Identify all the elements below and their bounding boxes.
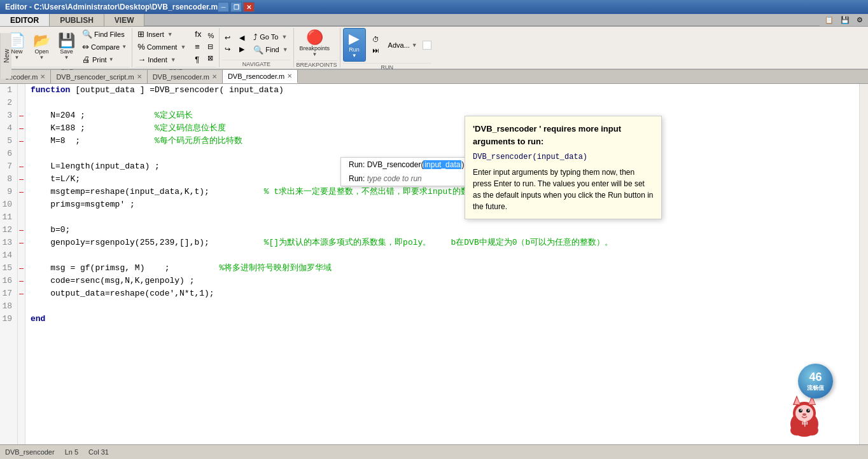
bp-17: – (18, 287, 25, 300)
bp-2 (18, 97, 25, 109)
code-line-9: msgtemp=reshape(input_data,K,t); % t求出来一… (31, 186, 854, 198)
status-ln: Ln 5 (65, 448, 78, 456)
line-num-8: 8 (0, 173, 15, 186)
bp-14 (18, 249, 25, 262)
code-line-5: M=8 ; %每个码元所含的比特数 (31, 135, 854, 147)
code-line-14 (31, 249, 854, 262)
open-button[interactable]: 📂 Open ▼ (30, 31, 53, 62)
svg-text:中: 中 (802, 420, 808, 427)
find-nav-button[interactable]: 🔍 Find ▼ (251, 44, 290, 56)
titlebar-controls: ─ ❐ ✕ (218, 2, 255, 12)
forward-button[interactable]: ▶ (237, 44, 247, 55)
svg-point-10 (808, 409, 809, 411)
file-tabs: decoder.m ✕ DVB_rsencoder_script.m ✕ DVB… (0, 70, 868, 84)
settings-icon[interactable]: ⚙ (854, 15, 865, 25)
code-line-3: N=204 ; %定义码长 (31, 109, 854, 122)
status-col: Col 31 (88, 448, 109, 456)
compare-button[interactable]: ⇔ Compare ▼ (80, 41, 129, 53)
tab-publish[interactable]: PUBLISH (50, 14, 104, 26)
code-line-16: code=rsenc(msg,N,K,genpoly) ; (31, 275, 854, 287)
run-icon-mid[interactable]: ⏭ (370, 45, 382, 55)
calc-icon[interactable]: ≡ (192, 41, 204, 53)
run-icon-top[interactable]: ⏱ (370, 34, 382, 45)
code-line-10: primsg=msgtemp' ; (31, 198, 854, 211)
tooltip-title: 'DVB_rsencoder ' requires more input arg… (473, 123, 654, 147)
goto-button[interactable]: ⤴ Go To ▼ (251, 31, 290, 43)
save-button[interactable]: 💾 Save ▼ (55, 31, 78, 62)
line-num-9: 9 (0, 186, 15, 198)
save-icon-top[interactable]: 💾 (838, 15, 852, 25)
right-margin[interactable] (859, 84, 868, 444)
code-line-13: genpoly=rsgenpoly(255,239,[],b); %[]为默认的… (31, 236, 854, 249)
close-tab-decoder[interactable]: ✕ (40, 73, 45, 80)
line-num-14: 14 (0, 249, 15, 262)
undo-button[interactable]: ↩ (222, 32, 233, 43)
line-num-16: 16 (0, 275, 15, 287)
bp-13: – (18, 236, 25, 249)
indent-button[interactable]: → Indent ▼ (135, 53, 188, 65)
badge-label: 流畅值 (807, 384, 824, 392)
run-option-2-text: Run: type code to run (349, 174, 422, 183)
formula-icon[interactable]: fx (192, 28, 204, 40)
code-line-19: end (31, 313, 854, 325)
edit-icon3[interactable]: ⊠ (205, 53, 216, 64)
code-line-4: K=188 ; %定义码信息位长度 (31, 122, 854, 135)
run-option-1-text: Run: DVB_rsencoder(input_data) (349, 160, 464, 169)
line-num-12: 12 (0, 224, 15, 236)
print-button[interactable]: 🖨 Print ▼ (80, 53, 129, 65)
file-section: 📄 New ▼ 📂 Open ▼ 💾 Save ▼ 🔍 Find Files (3, 28, 132, 67)
breakpoints-button[interactable]: 🔴 Breakpoints ▼ (297, 28, 333, 59)
code-area[interactable]: function [output_data ] =DVB_rsencoder( … (25, 84, 859, 444)
status-filename: DVB_rsencoder (5, 448, 55, 456)
navigate-section: ↩ ↪ ◀ ▶ ⤴ Go To ▼ 🔍 Find ▼ NAVIGATE (220, 28, 293, 67)
statusbar: DVB_rsencoder Ln 5 Col 31 (0, 444, 868, 458)
close-tab-rsencoder2[interactable]: ✕ (287, 72, 292, 79)
back-button[interactable]: ◀ (237, 32, 247, 43)
minimize-button[interactable]: ─ (218, 2, 229, 12)
line-num-17: 17 (0, 287, 15, 300)
line-num-18: 18 (0, 300, 15, 313)
badge-number: 46 (809, 371, 822, 384)
format-icon[interactable]: ¶ (192, 53, 204, 65)
line-num-13: 13 (0, 236, 15, 249)
bp-6 (18, 147, 25, 160)
run-button[interactable]: ▶ Run ▼ (343, 28, 366, 62)
bp-10 (18, 198, 25, 211)
bp-16: – (18, 275, 25, 287)
run-time-icon[interactable] (423, 41, 431, 50)
filetab-rsencoder1[interactable]: DVB_rsencoder.m ✕ (148, 70, 223, 83)
run-extra-btn[interactable]: Adva... ▼ (386, 40, 420, 50)
breakpoint-column: – – – – – – – – – – – (18, 84, 25, 444)
filetab-rsencoder2[interactable]: DVB_rsencoder.m ✕ (223, 70, 298, 83)
tab-editor[interactable]: EDITOR (0, 14, 50, 26)
run-section: ▶ Run ▼ ⏱ ⏭ Adva... ▼ RUN (340, 28, 434, 67)
bp-4: – (18, 122, 25, 135)
run-option-1[interactable]: Run: DVB_rsencoder(input_data) (341, 158, 472, 172)
insert-button[interactable]: ⊞ Insert ▼ (135, 28, 188, 40)
tab-view[interactable]: VIEW (104, 14, 145, 26)
find-files-button[interactable]: 🔍 Find Files (80, 28, 129, 40)
line-num-10: 10 (0, 198, 15, 211)
redo-button[interactable]: ↪ (222, 44, 233, 55)
line-num-4: 4 (0, 122, 15, 135)
line-num-3: 3 (0, 109, 15, 122)
run-option-2[interactable]: Run: type code to run (341, 172, 472, 186)
svg-point-8 (806, 409, 810, 413)
code-line-18 (31, 300, 854, 313)
close-tab-rsencoder1[interactable]: ✕ (212, 73, 217, 80)
edit-icon2[interactable]: ⊟ (205, 41, 216, 52)
help-icon[interactable]: 📋 (822, 15, 836, 25)
line-num-1: 1 (0, 84, 15, 97)
flow-badge: 46 流畅值 (798, 364, 833, 399)
code-line-1: function [output_data ] =DVB_rsencoder( … (31, 84, 854, 97)
line-num-11: 11 (0, 211, 15, 224)
close-button[interactable]: ✕ (243, 2, 255, 12)
close-tab-script[interactable]: ✕ (137, 73, 142, 80)
code-line-12: b=0; (31, 224, 854, 236)
bp-5: – (18, 135, 25, 147)
restore-button[interactable]: ❐ (230, 2, 242, 12)
code-line-17: output_data=reshape(code',N*t,1); (31, 287, 854, 300)
edit-icon1[interactable]: % (205, 31, 216, 41)
filetab-script[interactable]: DVB_rsencoder_script.m ✕ (51, 70, 147, 83)
comment-button[interactable]: % Comment ▼ (135, 41, 188, 53)
